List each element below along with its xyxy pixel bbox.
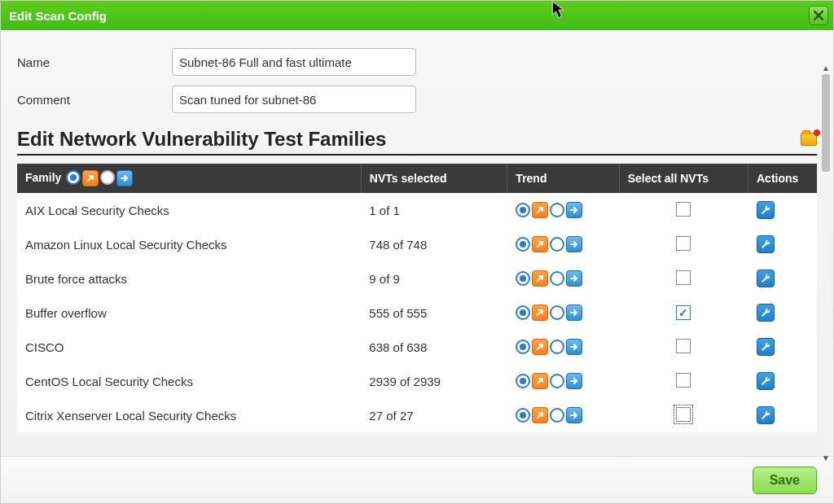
trend-cell (507, 296, 619, 330)
table-row: Amazon Linux Local Security Checks748 of… (17, 227, 817, 261)
arrow-right-icon (566, 270, 582, 287)
actions-cell (748, 227, 818, 261)
trend-grow-radio[interactable] (516, 408, 530, 423)
header-trend-static-radio[interactable] (100, 170, 115, 185)
trend-static-radio[interactable] (550, 340, 564, 354)
trend-static-radio[interactable] (550, 271, 564, 286)
nvts-cell: 9 of 9 (361, 261, 507, 296)
trend-grow-radio[interactable] (516, 237, 530, 252)
trend-static-radio[interactable] (550, 305, 564, 320)
name-row: Name (17, 48, 817, 76)
edit-family-button[interactable] (757, 201, 775, 219)
wrench-icon (761, 340, 770, 354)
col-nvts-header[interactable]: NVTs selected (361, 164, 507, 193)
select-all-cell (619, 330, 748, 364)
trend-static-radio[interactable] (550, 237, 564, 252)
trend-static-radio[interactable] (550, 203, 564, 217)
actions-cell (748, 261, 818, 296)
col-select-header[interactable]: Select all NVTs (619, 164, 748, 193)
families-table: Family (17, 164, 817, 432)
trend-static-radio[interactable] (550, 374, 564, 388)
trend-grow-radio[interactable] (516, 305, 530, 320)
scroll-up-arrow-icon[interactable]: ▲ (820, 63, 832, 72)
close-button[interactable] (809, 6, 828, 25)
scroll-down-arrow-icon[interactable]: ▼ (820, 453, 832, 462)
arrow-up-right-icon (532, 202, 548, 218)
table-header-row: Family (17, 164, 817, 193)
table-row: AIX Local Security Checks1 of 1 (17, 193, 817, 227)
select-all-cell (619, 364, 748, 398)
arrow-right-icon (566, 202, 582, 218)
save-button[interactable]: Save (753, 467, 817, 494)
edit-family-button[interactable] (757, 235, 775, 253)
trend-grow-radio[interactable] (516, 203, 530, 217)
wrench-icon (761, 238, 770, 252)
arrow-right-icon (566, 339, 582, 355)
family-cell: AIX Local Security Checks (17, 193, 361, 227)
folder-icon[interactable] (801, 133, 817, 146)
select-all-cell (619, 227, 748, 261)
trend-grow-radio[interactable] (516, 271, 530, 286)
trend-cell (507, 398, 619, 432)
wrench-icon (761, 204, 770, 217)
dialog-title: Edit Scan Config (9, 9, 107, 23)
wrench-icon (761, 375, 770, 388)
col-actions-header[interactable]: Actions (748, 164, 818, 193)
section-divider (17, 154, 817, 156)
select-all-checkbox[interactable] (676, 407, 691, 422)
arrow-right-icon (116, 170, 133, 186)
col-family-header[interactable]: Family (17, 164, 361, 193)
wrench-icon (761, 272, 770, 286)
family-cell: Buffer overflow (17, 296, 361, 330)
header-trend-grow-radio[interactable] (66, 170, 81, 185)
select-all-checkbox[interactable] (676, 270, 691, 285)
comment-label: Comment (17, 93, 172, 107)
name-input[interactable] (172, 48, 416, 76)
select-all-checkbox[interactable] (676, 202, 691, 217)
arrow-up-right-icon (532, 236, 548, 252)
family-cell: Amazon Linux Local Security Checks (17, 227, 361, 261)
edit-family-button[interactable] (757, 406, 775, 424)
arrow-right-icon (566, 236, 582, 252)
trend-grow-radio[interactable] (516, 374, 530, 388)
table-row: Citrix Xenserver Local Security Checks27… (17, 398, 817, 432)
edit-family-button[interactable] (757, 372, 775, 390)
table-row: Buffer overflow555 of 555 (17, 296, 817, 330)
trend-cell (507, 227, 619, 261)
arrow-up-right-icon (532, 373, 548, 389)
trend-static-radio[interactable] (550, 408, 564, 423)
dialog-footer: Save (1, 456, 833, 503)
arrow-right-icon (566, 373, 582, 389)
close-icon (814, 11, 823, 20)
edit-family-button[interactable] (757, 270, 775, 287)
select-all-checkbox[interactable] (676, 305, 691, 320)
actions-cell (748, 330, 818, 364)
dialog-content: Name Comment Edit Network Vulnerability … (1, 30, 833, 456)
edit-family-button[interactable] (757, 304, 775, 322)
nvts-cell: 27 of 27 (361, 398, 507, 432)
arrow-up-right-icon (532, 407, 548, 423)
trend-grow-radio[interactable] (516, 340, 530, 354)
select-all-cell (619, 398, 748, 432)
scrollbar-thumb[interactable] (822, 74, 830, 172)
select-all-checkbox[interactable] (676, 339, 691, 353)
select-all-cell (619, 261, 748, 296)
arrow-right-icon (566, 305, 582, 321)
table-row: Brute force attacks9 of 9 (17, 261, 817, 296)
select-all-cell (619, 193, 748, 227)
arrow-up-right-icon (532, 270, 548, 287)
vertical-scrollbar[interactable]: ▲ ▼ (820, 63, 832, 462)
name-label: Name (17, 55, 172, 69)
table-row: CentOS Local Security Checks2939 of 2939 (17, 364, 817, 398)
edit-family-button[interactable] (757, 338, 775, 356)
comment-input[interactable] (172, 85, 416, 113)
select-all-checkbox[interactable] (676, 373, 691, 388)
edit-scan-config-dialog: Edit Scan Config Name Comment Edit Netwo… (0, 0, 834, 504)
select-all-checkbox[interactable] (676, 236, 691, 251)
nvts-cell: 2939 of 2939 (361, 364, 507, 398)
dialog-titlebar: Edit Scan Config (1, 1, 833, 30)
col-trend-header[interactable]: Trend (507, 164, 619, 193)
wrench-icon (761, 306, 770, 320)
arrow-right-icon (566, 407, 582, 423)
families-heading: Edit Network Vulnerability Test Families (17, 128, 386, 151)
